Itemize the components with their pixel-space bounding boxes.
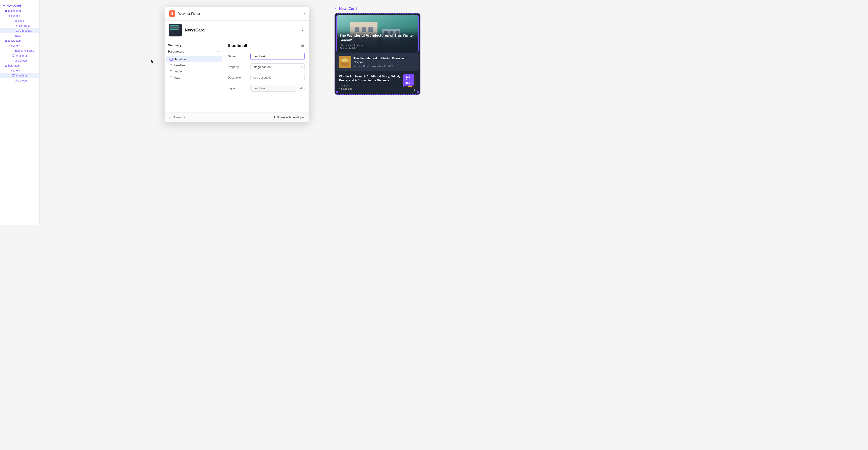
delete-button[interactable]: 🗑	[301, 44, 305, 48]
corner-handle-br	[417, 91, 419, 93]
param-headline[interactable]: T headline	[166, 62, 222, 68]
param-date[interactable]: T date	[166, 75, 222, 81]
sidebar-item-label: thumbnail-frame	[14, 49, 34, 52]
layer-target-icon[interactable]: ⊕	[298, 85, 305, 91]
bars-icon: ⫶	[12, 34, 13, 37]
sidebar-item-content-2[interactable]: ≡ content	[0, 43, 39, 48]
layer-field-row: Layer thumbnail ⊕	[228, 85, 305, 92]
bottom-headline: Wondering Hour: A Childhood Story, Grizz…	[339, 75, 401, 82]
sidebar: ✦ NewsCard audio-item ≡ content ⫶ episod…	[0, 0, 39, 225]
preview-title: NewsCard	[339, 7, 357, 11]
property-title-row: thumbnail 🗑	[228, 44, 305, 48]
article-text: The New Method to Making Breakfast Crepe…	[353, 57, 416, 68]
param-author[interactable]: T author	[166, 68, 222, 75]
sidebar-item-label: thumbnail	[16, 54, 28, 57]
param-thumbnail[interactable]: thumbnail	[166, 56, 222, 62]
dialog-left-panel: Summary Parameters + thumbnail T headlin…	[164, 40, 223, 112]
param-label: date	[175, 76, 180, 79]
name-field-label: Name	[228, 55, 248, 58]
lines-icon: ≡	[12, 59, 13, 62]
hero-headline: The Wonderful Architectures of This Wint…	[340, 33, 415, 43]
sidebar-item-meta[interactable]: ⫶ meta	[0, 33, 39, 38]
bottom-time: 4 hours ago	[339, 87, 401, 90]
sidebar-item-article-item[interactable]: article-item	[0, 38, 39, 43]
sidebar-item-label: content	[11, 69, 20, 72]
description-input[interactable]	[250, 74, 305, 81]
component-name: NewsCard	[185, 28, 205, 33]
cursor	[150, 59, 155, 65]
sidebar-item-thumbnail-1[interactable]: thumbnail	[0, 28, 39, 33]
article-card: The New Method to Making Breakfast Crepe…	[336, 53, 418, 71]
property-select[interactable]: image-content fill src	[250, 63, 305, 71]
relay-app-title: Relay for Figma	[178, 12, 200, 16]
sidebar-item-label: title-group	[15, 79, 27, 82]
sidebar-item-label: thumbnail	[20, 29, 32, 32]
image-icon	[12, 75, 15, 77]
component-thumbnail	[169, 24, 182, 36]
component-preview-row: NewsCard ⋮	[164, 21, 309, 40]
image-icon	[12, 55, 15, 57]
dialog-footer: ✓ No errors ⬆ Share with developer	[164, 112, 309, 122]
share-icon: ⬆	[273, 116, 276, 119]
name-field-row: Name	[228, 53, 305, 60]
sidebar-item-label: title-group	[15, 59, 27, 62]
svg-rect-15	[341, 62, 348, 66]
property-select-wrapper: image-content fill src ▾	[250, 63, 305, 71]
relay-dialog-header: Relay for Figma ×	[164, 7, 309, 21]
lines-icon: ≡	[8, 15, 10, 17]
lines-icon: ≡	[8, 69, 10, 72]
lines-icon: ≡	[8, 45, 10, 47]
svg-point-16	[342, 59, 344, 61]
param-label: thumbnail	[175, 57, 187, 61]
check-icon: ✓	[169, 116, 172, 119]
text-param-icon: T	[169, 64, 173, 67]
sidebar-item-content-1[interactable]: ≡ content	[0, 13, 39, 18]
name-input[interactable]	[250, 53, 305, 60]
sidebar-item-hero-item[interactable]: hero-item	[0, 63, 39, 68]
sidebar-item-title-group-1[interactable]: ≡ title-group	[0, 23, 39, 28]
sidebar-item-audio-item[interactable]: audio-item	[0, 8, 39, 13]
layer-field-inner: thumbnail ⊕	[250, 85, 305, 92]
dialog-right-panel: thumbnail 🗑 Name Property image-content …	[223, 40, 309, 112]
article-thumbnail	[339, 56, 351, 68]
params-title: Parameters	[168, 50, 184, 53]
hero-text-overlay: The Wonderful Architectures of This Wint…	[337, 31, 418, 52]
sidebar-item-label: content	[11, 14, 20, 18]
sidebar-item-thumbnail-frame[interactable]: ⫶ thumbnail-frame	[0, 48, 39, 53]
no-errors-label: No errors	[173, 116, 185, 119]
sidebar-item-thumbnail-3[interactable]: thumbnail	[0, 73, 39, 78]
image-param-icon	[169, 58, 173, 61]
sidebar-item-content-3[interactable]: ≡ content	[0, 68, 39, 73]
sidebar-item-label: hero-item	[8, 64, 20, 67]
sidebar-item-thumbnail-2[interactable]: thumbnail	[0, 53, 39, 58]
relay-close-button[interactable]: ×	[303, 11, 306, 16]
main-area: Relay for Figma × NewsCard ⋮ Summary Par…	[39, 0, 434, 225]
text-param-icon: T	[169, 76, 173, 79]
add-param-button[interactable]: +	[217, 49, 219, 54]
bars-icon: ⫶	[12, 49, 13, 52]
params-header: Parameters +	[164, 49, 223, 56]
lines-icon: ≡	[12, 79, 13, 82]
diamond-outline-icon	[4, 9, 7, 12]
corner-handle-bl	[336, 91, 338, 93]
sidebar-item-title-group-3[interactable]: ≡ title-group	[0, 78, 39, 83]
sidebar-item-episode[interactable]: ⫶ episode	[0, 18, 39, 23]
text-param-icon: T	[169, 70, 173, 73]
diamond-outline-icon	[4, 64, 7, 67]
bottom-card: Wondering Hour: A Childhood Story, Grizz…	[336, 72, 418, 93]
param-label: headline	[175, 64, 186, 67]
component-menu-button[interactable]: ⋮	[300, 27, 305, 33]
layer-value: thumbnail	[250, 85, 296, 92]
sidebar-item-label: audio-item	[8, 9, 21, 12]
sidebar-root-newscard[interactable]: ✦ NewsCard	[0, 3, 39, 8]
dialog-body: Summary Parameters + thumbnail T headlin…	[164, 40, 309, 112]
image-icon	[16, 30, 19, 32]
sidebar-item-title-group-2[interactable]: ≡ title-group	[0, 58, 39, 63]
sidebar-item-label: meta	[14, 34, 21, 37]
bottom-card-menu[interactable]: ⋮	[413, 87, 416, 91]
grid-icon: ✦	[3, 4, 5, 7]
description-field-label: Description	[228, 76, 248, 79]
share-with-developer-button[interactable]: ⬆ Share with developer	[273, 116, 305, 119]
property-field-label: Property	[228, 65, 248, 68]
grid-icon: ✦	[335, 7, 337, 11]
